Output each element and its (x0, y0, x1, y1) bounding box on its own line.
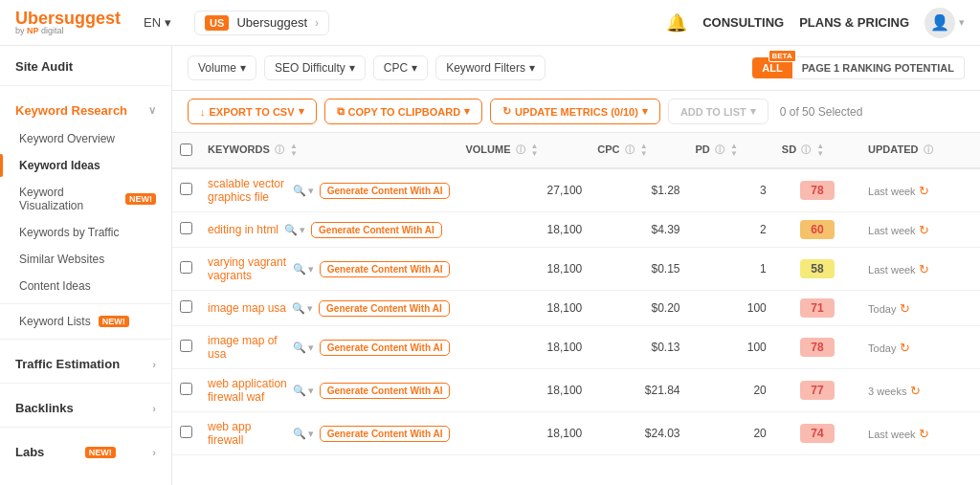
language-selector[interactable]: EN ▾ (136, 11, 179, 33)
sidebar-item-keyword-research[interactable]: Keyword Research ∨ (0, 90, 171, 125)
sidebar-item-labs[interactable]: Labs NEW! › (0, 431, 171, 467)
sd-cell: 77 (774, 369, 860, 412)
site-selector[interactable]: US Ubersuggest › (194, 11, 329, 35)
keyword-filters-button[interactable]: Keyword Filters ▾ (435, 55, 546, 80)
refresh-icon[interactable]: ↻ (919, 223, 929, 237)
search-icon[interactable]: 🔍 (292, 302, 305, 315)
row-checkbox[interactable] (180, 300, 192, 313)
sidebar-item-keyword-overview[interactable]: Keyword Overview (0, 125, 171, 152)
cpc-filter-button[interactable]: CPC ▾ (373, 55, 428, 80)
keywords-header-label: KEYWORDS (208, 143, 270, 155)
keyword-text[interactable]: web application firewall waf (208, 377, 287, 404)
page1-ranking-badge: BETA ALL PAGE 1 RANKING POTENTIAL (752, 56, 965, 79)
chevron-right-icon: › (152, 403, 156, 414)
row-checkbox[interactable] (180, 222, 192, 234)
sd-cell: 74 (774, 412, 860, 455)
generate-content-button[interactable]: Generate Content With AI (311, 222, 442, 238)
generate-content-button[interactable]: Generate Content With AI (320, 183, 451, 199)
sd-cell: 60 (774, 212, 860, 248)
sort-icons[interactable]: ▲▼ (531, 143, 539, 158)
sidebar-item-keyword-ideas[interactable]: Keyword Ideas (0, 152, 171, 179)
seo-difficulty-filter-button[interactable]: SEO Difficulty ▾ (264, 55, 366, 80)
update-metrics-label: UPDATE METRICS (0/10) (515, 106, 638, 118)
sidebar-item-keyword-lists[interactable]: Keyword Lists NEW! (0, 308, 171, 335)
sort-icons[interactable]: ▲▼ (816, 143, 824, 158)
volume-cell: 18,100 (457, 291, 590, 326)
user-avatar[interactable]: 👤 (924, 8, 955, 38)
chevron-down-icon[interactable]: ▾ (308, 385, 314, 397)
cpc-header: CPC ⓘ ▲▼ (590, 133, 687, 168)
new-badge: NEW! (125, 193, 156, 205)
search-icon[interactable]: 🔍 (293, 428, 306, 440)
update-metrics-button[interactable]: ↻ UPDATE METRICS (0/10) ▾ (490, 99, 660, 124)
row-checkbox[interactable] (180, 183, 192, 195)
cpc-header-label: CPC (597, 143, 619, 155)
sort-icons[interactable]: ▲▼ (640, 143, 648, 158)
volume-filter-button[interactable]: Volume ▾ (188, 55, 256, 80)
chevron-down-icon: ▾ (750, 105, 756, 118)
generate-content-button[interactable]: Generate Content With AI (320, 383, 451, 399)
row-checkbox[interactable] (180, 340, 192, 352)
add-to-list-label: ADD TO LIST (680, 106, 746, 118)
refresh-icon[interactable]: ↻ (900, 341, 910, 355)
sd-badge: 71 (800, 298, 835, 318)
chevron-down-icon[interactable]: ▾ (308, 342, 314, 354)
sidebar-item-similar-websites[interactable]: Similar Websites (0, 246, 171, 273)
chevron-down-icon: ∨ (148, 104, 156, 117)
sidebar-item-backlinks[interactable]: Backlinks › (0, 387, 171, 423)
chevron-down-icon[interactable]: ▾ (307, 302, 313, 315)
add-to-list-button[interactable]: ADD TO LIST ▾ (668, 99, 768, 124)
notification-bell-icon[interactable]: 🔔 (666, 12, 687, 33)
volume-cell: 27,100 (457, 168, 590, 212)
keyword-text[interactable]: scalable vector graphics file (208, 177, 287, 204)
chevron-down-icon[interactable]: ▾ (300, 224, 305, 236)
row-checkbox[interactable] (180, 261, 192, 274)
generate-content-button[interactable]: Generate Content With AI (320, 340, 451, 356)
chevron-down-icon[interactable]: ▾ (308, 428, 314, 440)
sort-icons[interactable]: ▲▼ (730, 143, 738, 158)
search-icon[interactable]: 🔍 (293, 342, 306, 354)
sidebar-item-content-ideas[interactable]: Content Ideas (0, 273, 171, 299)
volume-cell: 18,100 (457, 369, 590, 412)
search-icon[interactable]: 🔍 (293, 185, 306, 197)
keyword-table-container: KEYWORDS ⓘ ▲▼ VOLUME ⓘ ▲▼ CPC ⓘ ▲▼ (172, 133, 980, 485)
search-icon[interactable]: 🔍 (293, 263, 306, 276)
keyword-text[interactable]: varying vagrant vagrants (208, 255, 287, 282)
refresh-icon[interactable]: ↻ (900, 301, 910, 316)
user-avatar-wrapper[interactable]: 👤 ▾ (924, 8, 965, 38)
copy-clipboard-button[interactable]: ⧉ COPY TO CLIPBOARD ▾ (324, 99, 483, 124)
generate-content-button[interactable]: Generate Content With AI (320, 426, 451, 442)
select-all-checkbox[interactable] (180, 143, 192, 156)
sidebar-item-keywords-by-traffic[interactable]: Keywords by Traffic (0, 219, 171, 246)
chevron-down-icon[interactable]: ▾ (308, 185, 314, 197)
select-all-checkbox-header[interactable] (172, 133, 200, 168)
sort-icons[interactable]: ▲▼ (290, 143, 298, 158)
refresh-icon[interactable]: ↻ (919, 184, 929, 198)
keyword-text[interactable]: image map usa (208, 301, 286, 315)
generate-content-button[interactable]: Generate Content With AI (319, 300, 450, 317)
export-csv-button[interactable]: ↓ EXPORT TO CSV ▾ (188, 99, 317, 124)
plans-pricing-link[interactable]: PLANS & PRICING (799, 15, 909, 30)
row-checkbox[interactable] (180, 426, 192, 438)
sidebar-item-keyword-visualization[interactable]: Keyword Visualization NEW! (0, 179, 171, 219)
search-icon[interactable]: 🔍 (284, 224, 298, 236)
keyword-text[interactable]: editing in html (208, 223, 278, 236)
sidebar-item-traffic-estimation[interactable]: Traffic Estimation › (0, 343, 171, 379)
refresh-icon[interactable]: ↻ (910, 384, 921, 398)
refresh-icon[interactable]: ↻ (919, 427, 929, 441)
consulting-link[interactable]: CONSULTING (702, 15, 784, 30)
chevron-down-icon[interactable]: ▾ (308, 263, 314, 276)
sidebar-item-site-audit[interactable]: Site Audit (0, 46, 171, 81)
keyword-text[interactable]: web app firewall (208, 420, 287, 447)
row-checkbox[interactable] (180, 383, 192, 395)
updated-cell: Last week ↻ (860, 248, 980, 291)
updated-text: Last week (868, 264, 916, 276)
search-icon[interactable]: 🔍 (293, 385, 306, 397)
sidebar-label: Content Ideas (19, 279, 91, 293)
refresh-icon[interactable]: ↻ (919, 262, 929, 276)
sidebar-label: Keyword Overview (19, 132, 115, 145)
table-row: image map usa 🔍 ▾ Generate Content With … (172, 291, 980, 326)
all-button[interactable]: BETA ALL (752, 57, 791, 78)
keyword-text[interactable]: image map of usa (208, 334, 287, 361)
generate-content-button[interactable]: Generate Content With AI (320, 261, 451, 277)
